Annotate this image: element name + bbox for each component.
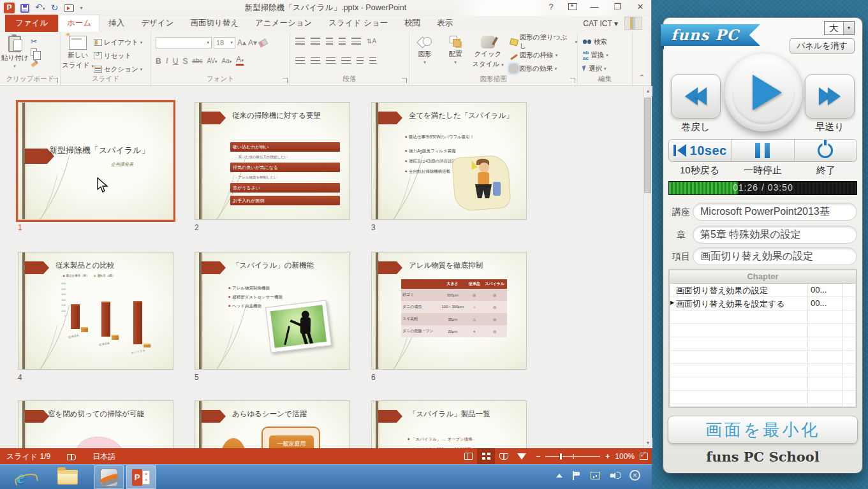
help-icon[interactable]: ? bbox=[545, 2, 557, 11]
zoom-slider[interactable] bbox=[545, 456, 600, 457]
change-case-button[interactable]: Aa▾ bbox=[222, 57, 232, 64]
minimize-screen-button[interactable]: 画面を最小化 bbox=[668, 416, 858, 444]
slideshow-view-button[interactable] bbox=[513, 448, 531, 464]
font-color-button[interactable]: A▾ bbox=[236, 56, 244, 66]
minimize-icon[interactable]: — bbox=[589, 2, 600, 11]
decrease-indent-icon[interactable] bbox=[326, 38, 333, 45]
show-hidden-icons-icon[interactable] bbox=[556, 474, 563, 478]
font-name-combo[interactable]: ▾ bbox=[156, 37, 212, 48]
zoom-out-icon[interactable]: − bbox=[536, 452, 540, 461]
tab-animations[interactable]: アニメーション bbox=[247, 15, 320, 32]
font-size-combo[interactable]: 18▾ bbox=[214, 37, 235, 48]
collapse-ribbon-icon[interactable]: ⌃ bbox=[639, 73, 645, 82]
slide-thumbnail-7[interactable]: 窓を閉め切っての掃除が可能 bbox=[18, 400, 173, 448]
ribbon-display-options-icon[interactable] bbox=[568, 3, 577, 10]
vertical-scrollbar[interactable]: ▲ ▼ bbox=[643, 86, 652, 448]
italic-button[interactable]: I bbox=[166, 56, 168, 66]
playback-progress-bar[interactable]: 01:26 / 03:50 bbox=[668, 181, 857, 195]
bold-button[interactable]: B bbox=[156, 57, 161, 66]
fit-to-window-icon[interactable] bbox=[640, 453, 648, 460]
underline-button[interactable]: U bbox=[173, 57, 179, 66]
character-spacing-button[interactable]: AV▾ bbox=[207, 57, 217, 64]
volume-icon[interactable] bbox=[610, 472, 615, 479]
clipboard-dialog-launcher[interactable] bbox=[53, 78, 58, 83]
justify-icon[interactable] bbox=[341, 57, 351, 64]
network-icon[interactable] bbox=[591, 472, 600, 479]
slide-thumbnail-4[interactable]: 従来製品との比較 吸込仕事率（W） 運転音（dB） 600500 400300 … bbox=[18, 252, 173, 370]
zoom-in-icon[interactable]: + bbox=[605, 452, 610, 461]
align-center-icon[interactable] bbox=[311, 57, 320, 64]
tab-slideshow[interactable]: スライド ショー bbox=[320, 15, 396, 32]
find-button[interactable]: 検索 bbox=[583, 36, 608, 47]
zoom-level[interactable]: 100% bbox=[615, 452, 635, 461]
scroll-up-icon[interactable]: ▲ bbox=[644, 86, 652, 96]
quick-styles-button[interactable]: クイック スタイル ▾ bbox=[471, 32, 505, 69]
power-off-button[interactable] bbox=[795, 140, 857, 161]
tab-transitions[interactable]: 画面切り替え bbox=[182, 15, 247, 32]
zoom-slider-handle[interactable] bbox=[559, 453, 563, 460]
tab-design[interactable]: デザイン bbox=[133, 15, 182, 32]
scroll-down-icon[interactable]: ▼ bbox=[644, 438, 652, 448]
align-right-icon[interactable] bbox=[326, 57, 335, 64]
select-button[interactable]: 選択▾ bbox=[583, 63, 608, 74]
convert-smartart-icon[interactable] bbox=[369, 57, 376, 64]
reading-view-button[interactable] bbox=[495, 448, 513, 464]
shape-effects-button[interactable]: 図形の効果▾ bbox=[510, 63, 577, 74]
paste-button[interactable]: 貼り付け▾ bbox=[0, 32, 29, 69]
slide-thumbnail-9[interactable]: 「スパイラル」製品一覧 「スパイラル」 … オープン価格 「スパイラル550」 … bbox=[371, 400, 527, 448]
close-icon[interactable]: ✕ bbox=[635, 2, 646, 11]
chapter-row[interactable]: 画面切り替え効果の設定 00... bbox=[670, 284, 856, 297]
strikethrough-button[interactable]: abc bbox=[192, 57, 202, 64]
shape-outline-button[interactable]: 図形の枠線▾ bbox=[510, 50, 577, 61]
tab-insert[interactable]: 挿入 bbox=[100, 15, 133, 32]
shape-fill-button[interactable]: 図形の塗りつぶし▾ bbox=[510, 36, 577, 47]
pause-button[interactable] bbox=[732, 140, 794, 161]
powerpoint-taskbar-button[interactable]: P≡≡ bbox=[126, 465, 156, 489]
arrange-button[interactable]: 配置▾ bbox=[440, 32, 471, 69]
text-direction-icon[interactable]: ⇅A bbox=[367, 38, 376, 45]
tab-home[interactable]: ホーム bbox=[58, 15, 100, 32]
align-left-icon[interactable] bbox=[295, 57, 305, 64]
fast-forward-button[interactable] bbox=[805, 74, 855, 119]
slide-sorter-view-button[interactable] bbox=[477, 448, 495, 464]
slide-thumbnail-6[interactable]: アレル物質を徹底抑制 大きさ 従来品スパイラル 砂ゴミ300μm◎◎ ダニの成虫… bbox=[371, 252, 527, 370]
replace-button[interactable]: abac置換▾ bbox=[583, 50, 608, 61]
layout-button[interactable]: レイアウト▾ bbox=[94, 37, 142, 48]
font-dialog-launcher[interactable] bbox=[283, 78, 288, 83]
slide-thumbnail-5[interactable]: 「スパイラル」の新機能 アレル物質制御機能 超精密ダストセンサー機能 ヘッド自走… bbox=[195, 252, 350, 370]
slide-thumbnail-8[interactable]: あらゆるシーンで活躍 一般家庭用 bbox=[195, 400, 350, 448]
play-button[interactable] bbox=[725, 54, 802, 131]
close-session-icon[interactable]: ✕ bbox=[629, 470, 640, 481]
tab-review[interactable]: 校閲 bbox=[396, 15, 429, 32]
spell-check-icon[interactable] bbox=[67, 454, 76, 460]
text-shadow-button[interactable]: S bbox=[182, 57, 188, 66]
line-spacing-icon[interactable] bbox=[351, 38, 361, 45]
funs-player-taskbar-button[interactable] bbox=[94, 465, 124, 489]
chapter-row-current[interactable]: 画面切り替え効果を設定する 00... bbox=[670, 297, 856, 310]
rewind-button[interactable] bbox=[671, 74, 721, 119]
drawing-dialog-launcher[interactable] bbox=[570, 78, 575, 83]
tab-view[interactable]: 表示 bbox=[429, 15, 461, 32]
format-painter-icon[interactable] bbox=[31, 59, 38, 66]
increase-indent-icon[interactable] bbox=[339, 38, 346, 45]
grow-font-icon[interactable]: A▴ bbox=[237, 38, 246, 47]
restore-icon[interactable]: ❐ bbox=[612, 2, 623, 11]
paragraph-dialog-launcher[interactable] bbox=[402, 78, 407, 83]
back-10-seconds-button[interactable]: 10sec bbox=[669, 140, 732, 161]
file-explorer-icon[interactable] bbox=[57, 470, 78, 485]
shrink-font-icon[interactable]: A▾ bbox=[248, 38, 257, 47]
copy-icon[interactable] bbox=[31, 48, 37, 56]
size-select[interactable]: 大 ▼ bbox=[824, 21, 855, 35]
reset-button[interactable]: リセット bbox=[94, 50, 142, 61]
slide-thumbnail-2[interactable]: 従来の掃除機に対する要望 吸い込む力が弱い ・買った頃の吸引力が持続したい 排気… bbox=[195, 102, 350, 220]
action-center-flag-icon[interactable] bbox=[573, 471, 580, 480]
size-select-arrow-icon[interactable]: ▼ bbox=[843, 22, 854, 34]
columns-icon[interactable] bbox=[357, 57, 364, 64]
section-button[interactable]: セクション▾ bbox=[94, 64, 142, 75]
shapes-button[interactable]: 図形▾ bbox=[409, 32, 440, 69]
slide-thumbnail-3[interactable]: 全てを満たした「スパイラル」 吸込仕事率630Wのパワフル吸引！ 強力Ag脱臭フ… bbox=[371, 102, 527, 220]
cut-icon[interactable]: ✂ bbox=[31, 37, 38, 46]
account-name[interactable]: CAT ICT ▾ bbox=[583, 19, 618, 28]
bullets-icon[interactable] bbox=[295, 38, 305, 45]
hide-panel-button[interactable]: パネルを消す bbox=[790, 38, 855, 54]
